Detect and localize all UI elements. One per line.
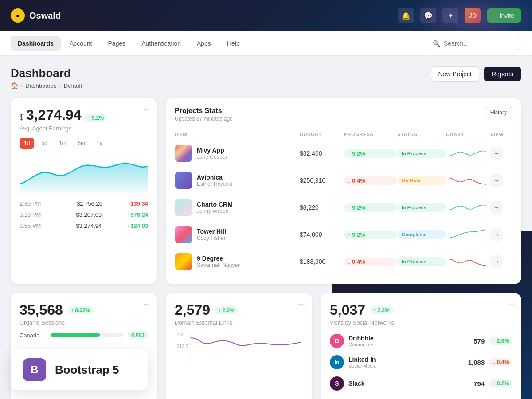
- view-button-1[interactable]: →: [490, 147, 503, 160]
- project-thumb-9degree: [175, 253, 192, 270]
- tab-pages[interactable]: Pages: [101, 36, 133, 51]
- progress-4: ↑ 9.2%: [344, 231, 397, 239]
- invite-button[interactable]: + Invite: [487, 8, 521, 23]
- tab-dashboards[interactable]: Dashboards: [11, 36, 61, 51]
- search-box[interactable]: 🔍: [426, 37, 521, 50]
- avatar[interactable]: JD: [465, 8, 481, 23]
- page-title: Dashboard: [11, 66, 82, 80]
- navbar-actions: 🔔 💬 ✦ JD + Invite: [398, 8, 521, 23]
- country-bar: [51, 333, 100, 337]
- project-thumb-tower: [175, 226, 192, 243]
- filter-5d[interactable]: 5d: [37, 138, 51, 149]
- breadcrumb-dashboards[interactable]: Dashboards: [25, 82, 56, 89]
- reports-button[interactable]: Reports: [484, 67, 521, 81]
- filter-1d[interactable]: 1d: [20, 138, 34, 149]
- table-row: Charto CRM Jenny Wilson $8,220 ↑ 9.2% In…: [175, 194, 512, 221]
- earnings-badge: ↑ 9.2%: [84, 114, 107, 122]
- view-button-4[interactable]: →: [490, 228, 503, 241]
- filter-1m[interactable]: 1m: [55, 138, 71, 149]
- organic-number: 35,568: [20, 302, 63, 318]
- progress-3: ↑ 9.2%: [344, 203, 397, 212]
- top-cards-row: ··· $ 3,274.94 ↑ 9.2% Avg. Agent Earning…: [11, 98, 521, 284]
- svg-text:250: 250: [177, 332, 184, 337]
- filter-6m[interactable]: 6m: [73, 138, 90, 149]
- table-row: Tower Hill Cody Fisher $74,000 ↑ 9.2% Co…: [175, 221, 512, 248]
- tab-help[interactable]: Help: [220, 36, 247, 51]
- social-more-button[interactable]: ···: [508, 300, 514, 308]
- filter-1y[interactable]: 1y: [92, 138, 107, 149]
- earnings-val-3: $3,274.94: [76, 223, 102, 229]
- slack-count: 794: [473, 380, 485, 387]
- status-badge-1: In Process: [397, 149, 446, 158]
- notifications-icon[interactable]: 🔔: [398, 8, 414, 23]
- search-input[interactable]: [444, 40, 515, 47]
- domain-badge: ↑ 2.2%: [215, 306, 238, 314]
- sparkline-4: [446, 228, 490, 241]
- earnings-row: 2:30 PM $2,756.26 -139.34: [20, 198, 148, 209]
- country-value: 6,083: [128, 331, 148, 339]
- project-name-1: Mivy App: [197, 147, 227, 154]
- projects-header: Projects Stats Updated 37 minutes ago Hi…: [175, 107, 512, 122]
- earnings-time-1: 2:30 PM: [20, 200, 51, 207]
- progress-1: ↑ 9.2%: [344, 149, 397, 158]
- bootstrap-overlay: B Bootstrap 5: [11, 349, 148, 390]
- earnings-more-button[interactable]: ···: [143, 105, 150, 113]
- nav-tabs: Dashboards Account Pages Authentication …: [11, 36, 247, 51]
- linkedin-name: Linked In: [348, 356, 376, 363]
- budget-3: $8,220: [300, 204, 344, 211]
- domain-card: ··· 2,579 ↑ 2.2% Domain External Links 2…: [166, 293, 312, 399]
- domain-more-button[interactable]: ···: [298, 300, 305, 308]
- project-name-3: Charto CRM: [197, 201, 233, 208]
- budget-4: $74,000: [300, 231, 344, 238]
- projects-title: Projects Stats: [175, 107, 233, 115]
- tab-authentication[interactable]: Authentication: [134, 36, 188, 51]
- top-navbar: ● Oswald 🔔 💬 ✦ JD + Invite: [0, 0, 532, 31]
- tab-account[interactable]: Account: [63, 36, 99, 51]
- organic-more-button[interactable]: ···: [143, 300, 150, 308]
- share-icon[interactable]: ✦: [442, 8, 458, 23]
- project-info-2: Avionica Esther Howard: [175, 172, 300, 189]
- bootstrap-icon: B: [23, 358, 46, 381]
- col-item: ITEM: [175, 132, 300, 137]
- view-button-5[interactable]: →: [490, 255, 503, 268]
- view-button-3[interactable]: →: [490, 201, 503, 214]
- project-person-5: Savannah Nguyen: [197, 262, 241, 268]
- progress-2: ↓ 0.4%: [344, 176, 397, 185]
- history-button[interactable]: History: [485, 107, 512, 118]
- status-badge-3: In Process: [397, 203, 446, 212]
- dribbble-name: Dribbble: [348, 335, 374, 342]
- social-card: ··· 5,037 ↑ 2.2% Visits by Social Networ…: [321, 293, 521, 399]
- sparkline-1: [446, 147, 490, 160]
- tab-apps[interactable]: Apps: [190, 36, 218, 51]
- organic-label: Organic Sessions: [20, 319, 148, 326]
- project-info-4: Tower Hill Cody Fisher: [175, 226, 300, 243]
- budget-1: $32,400: [300, 150, 344, 157]
- sparkline-3: [446, 201, 490, 214]
- social-item-linkedin: in Linked In Social Media 1,088 ↓ 0.4%: [330, 352, 512, 373]
- project-person-2: Esther Howard: [197, 181, 232, 187]
- earnings-row: 3:10 PM $3,207.03 +576.24: [20, 209, 148, 220]
- view-button-2[interactable]: →: [490, 174, 503, 187]
- social-item-slack: S Slack 794 ↑ 0.2%: [330, 373, 512, 394]
- new-project-button[interactable]: New Project: [431, 66, 479, 82]
- search-icon: 🔍: [433, 40, 440, 47]
- dribbble-sub: Community: [348, 342, 374, 347]
- social-item-dribbble: D Dribbble Community 579 ↑ 2.6%: [330, 330, 512, 352]
- social-label: Visits by Social Networks: [330, 319, 512, 326]
- domain-chart: 250 212.5: [175, 331, 303, 364]
- project-person-4: Cody Fisher: [197, 235, 226, 241]
- brand-name: Oswald: [29, 11, 61, 21]
- project-name-4: Tower Hill: [197, 228, 226, 235]
- earnings-currency: $: [20, 113, 23, 121]
- messages-icon[interactable]: 💬: [420, 8, 436, 23]
- earnings-value: 3,274.94: [26, 107, 82, 123]
- project-thumb-avionica: [175, 172, 192, 189]
- col-progress: PROGRESS: [344, 132, 397, 137]
- budget-2: $256,910: [300, 177, 344, 184]
- project-info-5: 9 Degree Savannah Nguyen: [175, 253, 300, 270]
- project-info-3: Charto CRM Jenny Wilson: [175, 199, 300, 216]
- social-badge: ↑ 2.2%: [370, 306, 393, 314]
- time-filters: 1d 5d 1m 6m 1y: [20, 138, 148, 149]
- project-person-3: Jenny Wilson: [197, 208, 233, 214]
- earnings-change-2: +576.24: [127, 211, 148, 218]
